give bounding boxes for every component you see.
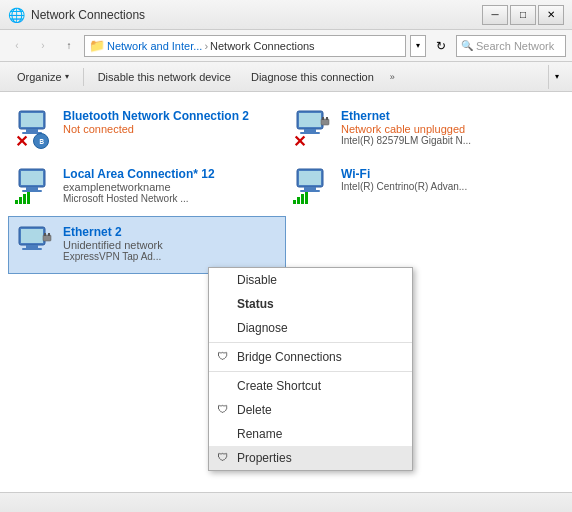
svg-rect-25: [301, 194, 304, 204]
svg-rect-28: [21, 229, 43, 243]
ctx-status[interactable]: Status: [209, 292, 412, 316]
search-icon: 🔍: [461, 40, 473, 51]
svg-rect-9: [322, 117, 324, 120]
bridge-shield-icon: 🛡: [217, 350, 231, 364]
toolbar-edge-button[interactable]: ▾: [548, 65, 564, 89]
svg-rect-24: [297, 197, 300, 204]
bluetooth-info: Bluetooth Network Connection 2 Not conne…: [63, 109, 279, 135]
shortcut-label-ctx: Create Shortcut: [237, 379, 321, 393]
svg-rect-23: [293, 200, 296, 204]
properties-shield-icon: 🛡: [217, 451, 231, 465]
disable-button[interactable]: Disable this network device: [89, 65, 240, 89]
disable-label-ctx: Disable: [237, 273, 277, 287]
svg-rect-20: [299, 171, 321, 185]
network-item-local[interactable]: Local Area Connection* 12 examplenetwork…: [8, 158, 286, 216]
svg-rect-1: [21, 113, 43, 127]
ctx-properties[interactable]: 🛡 Properties: [209, 446, 412, 470]
bluetooth-status: Not connected: [63, 123, 279, 135]
ctx-bridge[interactable]: 🛡 Bridge Connections: [209, 345, 412, 369]
svg-rect-21: [304, 187, 316, 190]
title-bar: 🌐 Network Connections ─ □ ✕: [0, 0, 572, 30]
ethernet2-name: Ethernet 2: [63, 225, 279, 239]
svg-rect-16: [19, 197, 22, 204]
ethernet2-icon-wrap: [15, 225, 55, 265]
svg-rect-18: [27, 192, 30, 204]
organize-dropdown-icon: ▾: [65, 72, 69, 81]
ctx-delete[interactable]: 🛡 Delete: [209, 398, 412, 422]
ethernet-info: Ethernet Network cable unplugged Intel(R…: [341, 109, 557, 146]
back-button[interactable]: ‹: [6, 35, 28, 57]
local-name: Local Area Connection* 12: [63, 167, 279, 181]
diagnose-label: Diagnose this connection: [251, 71, 374, 83]
local-status: examplenetworkname: [63, 181, 279, 193]
svg-rect-33: [48, 233, 50, 236]
ctx-shortcut[interactable]: Create Shortcut: [209, 374, 412, 398]
organize-button[interactable]: Organize ▾: [8, 65, 78, 89]
maximize-button[interactable]: □: [510, 5, 536, 25]
svg-rect-5: [299, 113, 321, 127]
bluetooth-name: Bluetooth Network Connection 2: [63, 109, 279, 123]
address-bar: ‹ › ↑ 📁 Network and Inter... › Network C…: [0, 30, 572, 62]
context-menu: Disable Status Diagnose 🛡 Bridge Connect…: [208, 267, 413, 471]
title-bar-controls: ─ □ ✕: [482, 5, 564, 25]
ethernet2-detail: ExpressVPN Tap Ad...: [63, 251, 279, 262]
ethernet-name: Ethernet: [341, 109, 557, 123]
ctx-rename[interactable]: Rename: [209, 422, 412, 446]
svg-rect-30: [22, 248, 42, 250]
ethernet-icon-wrap: ✕: [293, 109, 333, 149]
ethernet2-computer-icon: [15, 225, 53, 257]
bluetooth-badge: ʙ: [33, 133, 49, 149]
ethernet-status: Network cable unplugged: [341, 123, 557, 135]
forward-button[interactable]: ›: [32, 35, 54, 57]
wifi-icon-wrap: [293, 167, 333, 207]
breadcrumb-connections: Network Connections: [210, 40, 315, 52]
local-icon-wrap: [15, 167, 55, 207]
search-box[interactable]: 🔍 Search Network: [456, 35, 566, 57]
svg-rect-29: [26, 245, 38, 248]
delete-shield-icon: 🛡: [217, 403, 231, 417]
title-bar-icon: 🌐: [8, 7, 25, 23]
ethernet2-info: Ethernet 2 Unidentified network ExpressV…: [63, 225, 279, 262]
disable-label: Disable this network device: [98, 71, 231, 83]
ctx-sep-2: [209, 371, 412, 372]
delete-label-ctx: Delete: [237, 403, 272, 417]
folder-icon: 📁: [89, 38, 105, 53]
more-button[interactable]: »: [385, 68, 400, 86]
organize-label: Organize: [17, 71, 62, 83]
wifi-info: Wi-Fi Intel(R) Centrino(R) Advan...: [341, 167, 557, 192]
ctx-disable[interactable]: Disable: [209, 268, 412, 292]
breadcrumb-dropdown[interactable]: ▾: [410, 35, 426, 57]
svg-rect-13: [26, 187, 38, 190]
wifi-detail: Intel(R) Centrino(R) Advan...: [341, 181, 557, 192]
ctx-sep-1: [209, 342, 412, 343]
bluetooth-icon-wrap: ʙ ✕: [15, 109, 55, 149]
toolbar-sep-1: [83, 68, 84, 86]
network-list: ʙ ✕ Bluetooth Network Connection 2 Not c…: [0, 92, 572, 492]
status-bar: [0, 492, 572, 512]
network-item-ethernet[interactable]: ✕ Ethernet Network cable unplugged Intel…: [286, 100, 564, 158]
toolbar: Organize ▾ Disable this network device D…: [0, 62, 572, 92]
signal-bars: [15, 192, 31, 207]
breadcrumb-network[interactable]: Network and Inter...: [107, 40, 202, 52]
local-info: Local Area Connection* 12 examplenetwork…: [63, 167, 279, 204]
minimize-button[interactable]: ─: [482, 5, 508, 25]
breadcrumb: 📁 Network and Inter... › Network Connect…: [84, 35, 406, 57]
main-content: ʙ ✕ Bluetooth Network Connection 2 Not c…: [0, 92, 572, 492]
bridge-label-ctx: Bridge Connections: [237, 350, 342, 364]
close-button[interactable]: ✕: [538, 5, 564, 25]
wifi-signal-bars: [293, 192, 309, 207]
network-item-ethernet2[interactable]: Ethernet 2 Unidentified network ExpressV…: [8, 216, 286, 274]
refresh-button[interactable]: ↻: [430, 35, 452, 57]
svg-rect-32: [44, 233, 46, 236]
diagnose-button[interactable]: Diagnose this connection: [242, 65, 383, 89]
network-item-bluetooth[interactable]: ʙ ✕ Bluetooth Network Connection 2 Not c…: [8, 100, 286, 158]
svg-rect-17: [23, 194, 26, 204]
network-item-wifi[interactable]: Wi-Fi Intel(R) Centrino(R) Advan...: [286, 158, 564, 216]
ethernet2-status: Unidentified network: [63, 239, 279, 251]
up-button[interactable]: ↑: [58, 35, 80, 57]
wifi-name: Wi-Fi: [341, 167, 557, 181]
svg-rect-26: [305, 192, 308, 204]
ctx-diagnose[interactable]: Diagnose: [209, 316, 412, 340]
error-badge-ethernet: ✕: [293, 132, 306, 151]
status-label-ctx: Status: [237, 297, 274, 311]
